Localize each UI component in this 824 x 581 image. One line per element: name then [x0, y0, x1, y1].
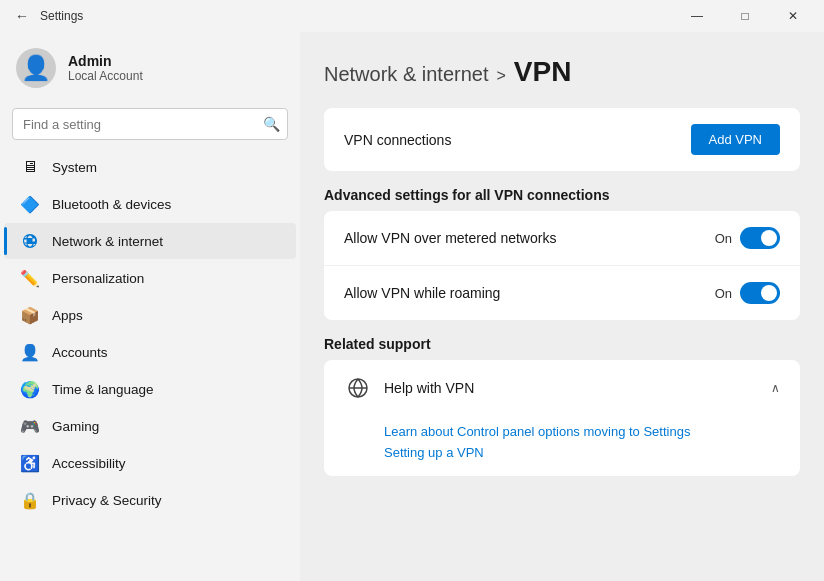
search-input[interactable]: [12, 108, 288, 140]
vpn-connections-row: VPN connections Add VPN: [324, 108, 800, 171]
bluetooth-icon: 🔷: [20, 194, 40, 214]
user-name: Admin: [68, 53, 143, 69]
accessibility-icon: ♿: [20, 453, 40, 473]
roaming-toggle[interactable]: [740, 282, 780, 304]
maximize-button[interactable]: □: [722, 0, 768, 32]
sidebar-item-privacy[interactable]: 🔒 Privacy & Security: [4, 482, 296, 518]
sidebar-item-label: Gaming: [52, 419, 99, 434]
related-support-card: Help with VPN ∧ Learn about Control pane…: [324, 360, 800, 476]
sidebar-item-apps[interactable]: 📦 Apps: [4, 297, 296, 333]
sidebar-item-label: Privacy & Security: [52, 493, 162, 508]
system-icon: 🖥: [20, 157, 40, 177]
minimize-button[interactable]: —: [674, 0, 720, 32]
network-icon: [20, 231, 40, 251]
roaming-toggle-status: On: [715, 286, 732, 301]
titlebar: ← Settings — □ ✕: [0, 0, 824, 32]
personalization-icon: ✏️: [20, 268, 40, 288]
back-icon: ←: [15, 8, 29, 24]
support-links: Learn about Control panel options moving…: [324, 416, 800, 476]
sidebar-item-label: Personalization: [52, 271, 144, 286]
vpn-connections-label: VPN connections: [344, 132, 451, 148]
page-title: VPN: [514, 56, 572, 88]
user-info: Admin Local Account: [68, 53, 143, 83]
globe-icon: [344, 374, 372, 402]
metered-networks-label: Allow VPN over metered networks: [344, 230, 556, 246]
search-box[interactable]: 🔍: [12, 108, 288, 140]
breadcrumb-chevron: >: [497, 67, 506, 85]
sidebar-item-accounts[interactable]: 👤 Accounts: [4, 334, 296, 370]
metered-toggle-wrap: On: [715, 227, 780, 249]
advanced-settings-card: Allow VPN over metered networks On Allow…: [324, 211, 800, 320]
sidebar-item-system[interactable]: 🖥 System: [4, 149, 296, 185]
roaming-label: Allow VPN while roaming: [344, 285, 500, 301]
titlebar-title: Settings: [40, 9, 674, 23]
privacy-icon: 🔒: [20, 490, 40, 510]
sidebar-item-time[interactable]: 🌍 Time & language: [4, 371, 296, 407]
apps-icon: 📦: [20, 305, 40, 325]
support-link-0[interactable]: Learn about Control panel options moving…: [384, 424, 780, 439]
sidebar-item-label: Accounts: [52, 345, 108, 360]
support-link-1[interactable]: Setting up a VPN: [384, 445, 780, 460]
main-content: Network & internet > VPN VPN connections…: [300, 32, 824, 581]
roaming-row: Allow VPN while roaming On: [324, 266, 800, 320]
sidebar-item-personalization[interactable]: ✏️ Personalization: [4, 260, 296, 296]
related-support-header: Related support: [324, 336, 800, 352]
gaming-icon: 🎮: [20, 416, 40, 436]
sidebar-item-label: Network & internet: [52, 234, 163, 249]
roaming-toggle-wrap: On: [715, 282, 780, 304]
user-role: Local Account: [68, 69, 143, 83]
sidebar-item-label: System: [52, 160, 97, 175]
avatar-icon: 👤: [21, 56, 51, 80]
help-vpn-label: Help with VPN: [384, 380, 474, 396]
advanced-section-header: Advanced settings for all VPN connection…: [324, 187, 800, 203]
sidebar-item-label: Accessibility: [52, 456, 126, 471]
sidebar-item-label: Bluetooth & devices: [52, 197, 171, 212]
back-button[interactable]: ←: [8, 2, 36, 30]
sidebar: 👤 Admin Local Account 🔍 🖥 System 🔷 Bluet…: [0, 32, 300, 581]
metered-toggle-status: On: [715, 231, 732, 246]
app-body: 👤 Admin Local Account 🔍 🖥 System 🔷 Bluet…: [0, 32, 824, 581]
user-section: 👤 Admin Local Account: [0, 32, 300, 104]
vpn-connections-card: VPN connections Add VPN: [324, 108, 800, 171]
metered-toggle[interactable]: [740, 227, 780, 249]
window-controls: — □ ✕: [674, 0, 816, 32]
sidebar-item-accessibility[interactable]: ♿ Accessibility: [4, 445, 296, 481]
time-icon: 🌍: [20, 379, 40, 399]
sidebar-item-label: Time & language: [52, 382, 154, 397]
help-vpn-left: Help with VPN: [344, 374, 474, 402]
sidebar-item-gaming[interactable]: 🎮 Gaming: [4, 408, 296, 444]
chevron-up-icon: ∧: [771, 381, 780, 395]
page-header: Network & internet > VPN: [324, 56, 800, 88]
breadcrumb: Network & internet: [324, 63, 489, 86]
sidebar-item-label: Apps: [52, 308, 83, 323]
help-vpn-row[interactable]: Help with VPN ∧: [324, 360, 800, 416]
metered-networks-row: Allow VPN over metered networks On: [324, 211, 800, 266]
sidebar-item-bluetooth[interactable]: 🔷 Bluetooth & devices: [4, 186, 296, 222]
accounts-icon: 👤: [20, 342, 40, 362]
close-button[interactable]: ✕: [770, 0, 816, 32]
add-vpn-button[interactable]: Add VPN: [691, 124, 780, 155]
sidebar-nav: 🖥 System 🔷 Bluetooth & devices Network &…: [0, 148, 300, 519]
sidebar-item-network[interactable]: Network & internet: [4, 223, 296, 259]
avatar: 👤: [16, 48, 56, 88]
